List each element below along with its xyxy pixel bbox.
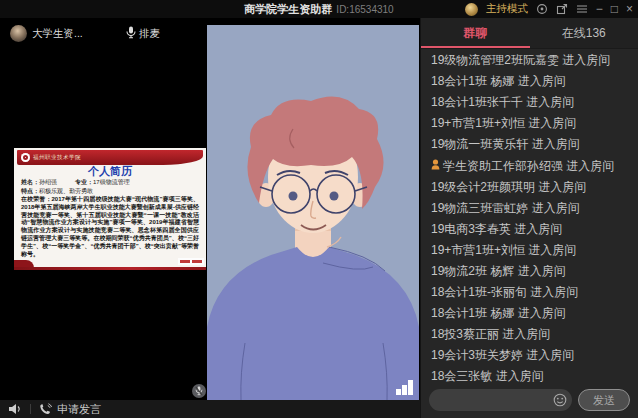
close-button[interactable]: × (626, 0, 633, 18)
chat-message-text: 18会计1班张千千 进入房间 (431, 94, 574, 111)
user-avatar[interactable] (465, 3, 478, 16)
chat-message-row: 19+市营1班+刘恒 进入房间 (421, 240, 638, 261)
chat-message-row: 19会计3班关梦婷 进入房间 (421, 345, 638, 366)
slide-header-banner: 福州职业技术学院 (17, 150, 203, 165)
popout-icon[interactable] (556, 3, 568, 15)
school-name: 福州职业技术学院 (33, 154, 81, 161)
chat-message-input[interactable] (429, 389, 572, 411)
chat-message-text: 19会计3班关梦婷 进入房间 (431, 347, 574, 364)
toolbar-divider (30, 404, 31, 414)
chat-panel: 群聊 在线136 19级物流管理2班阮嘉雯 进入房间 18会计1班 杨娜 进入房… (420, 18, 638, 418)
chat-message-row: 19物流2班 杨辉 进入房间 (421, 261, 638, 282)
name-label: 姓名： (21, 178, 39, 187)
chat-message-row: 19+市营1班+刘恒 进入房间 (421, 113, 638, 134)
tab-group-chat[interactable]: 群聊 (421, 18, 530, 48)
speaker-info: 大学生资... 排麦 (10, 25, 160, 42)
name-value: 孙绍强 (39, 178, 57, 187)
emoji-icon[interactable] (553, 393, 567, 407)
chat-message-text: 18会计1班 杨娜 进入房间 (431, 73, 566, 90)
raise-hand-icon (39, 403, 52, 416)
chat-message-row: 18会计1班 杨娜 进入房间 (421, 71, 638, 92)
apply-to-speak-button[interactable]: 申请发言 (39, 402, 101, 417)
chat-tabs: 群聊 在线136 (421, 18, 638, 49)
chat-message-text: 18会计1班 杨娜 进入房间 (431, 305, 566, 322)
chat-message-text: 19物流2班 杨辉 进入房间 (431, 263, 566, 280)
slide-honors: 在校荣誉：2017年第十四届校级技能大赛“现代物流”赛项三等奖、2018年第五届… (17, 196, 203, 258)
chat-message-row: 19级会计2班颜琪明 进入房间 (421, 177, 638, 198)
chat-message-row: 18会计1班-张丽旬 进入房间 (421, 282, 638, 303)
chat-message-row: 19物流三班雷虹婷 进入房间 (421, 198, 638, 219)
chat-message-text: 19+市营1班+刘恒 进入房间 (431, 115, 576, 132)
mic-queue-label: 排麦 (139, 27, 160, 41)
chat-message-row: 19级物流管理2班阮嘉雯 进入房间 (421, 50, 638, 71)
chat-message-text: 19级会计2班颜琪明 进入房间 (431, 179, 586, 196)
message-list[interactable]: 19级物流管理2班阮嘉雯 进入房间 18会计1班 杨娜 进入房间 18会计1班张… (421, 49, 638, 386)
chat-message-text: 19级物流管理2班阮嘉雯 进入房间 (431, 52, 610, 69)
chat-message-text: 18投3蔡正丽 进入房间 (431, 326, 550, 343)
send-button[interactable]: 发送 (578, 389, 630, 411)
major-label: 专业： (75, 178, 93, 187)
group-title: 商学院学生资助群 (244, 2, 332, 17)
host-mode-button[interactable]: 主持模式 (486, 2, 528, 16)
trait-label: 特点： (21, 187, 39, 196)
bottom-toolbar: 申请发言 (0, 400, 420, 418)
speaker-volume-icon[interactable] (8, 403, 22, 415)
chat-message-row: 18会三张敏 进入房间 (421, 366, 638, 386)
chat-message-text: 19+市营1班+刘恒 进入房间 (431, 242, 576, 259)
tab-online-members[interactable]: 在线136 (530, 18, 638, 48)
video-stage: 大学生资... 排麦 福州职业技术学院 个人简历 姓名： 孙绍强 (0, 18, 420, 418)
speaker-name: 大学生资... (32, 27, 83, 41)
trait-value: 积极乐观、勤劳勇敢 (39, 187, 93, 196)
tab-group-chat-label: 群聊 (463, 25, 487, 42)
chat-input-row: 发送 (429, 388, 630, 412)
honors-text: 2017年第十四届校级技能大赛“现代物流”赛项三等奖、2018年第五届海峡两岸大… (21, 196, 199, 257)
chat-message-text: 19物流一班黄乐轩 进入房间 (431, 136, 580, 153)
chat-message-row: 学生资助工作部孙绍强 进入房间 (421, 155, 638, 176)
chat-message-text: 18会计1班-张丽旬 进入房间 (431, 284, 578, 301)
menu-icon[interactable] (576, 4, 588, 14)
settings-icon[interactable] (536, 3, 548, 15)
honors-label: 在校荣誉： (21, 196, 51, 202)
mic-icon (126, 26, 136, 41)
presentation-slide: 福州职业技术学院 个人简历 姓名： 孙绍强 专业： 17级物流管理 特点： 积极… (14, 148, 206, 270)
chat-message-text: 19电商3李春英 进入房间 (431, 221, 562, 238)
mic-queue-button[interactable]: 排麦 (126, 26, 160, 41)
signal-bars-icon (396, 380, 413, 395)
chat-message-row: 19电商3李春英 进入房间 (421, 219, 638, 240)
tab-online-label: 在线136 (562, 25, 606, 42)
avatar-illustration (207, 25, 419, 400)
slide-name-line: 姓名： 孙绍强 专业： 17级物流管理 (17, 178, 203, 187)
maximize-button[interactable]: □ (611, 0, 618, 18)
window-title: 商学院学生资助群 ID:16534310 (244, 2, 393, 17)
slide-title: 个人简历 (17, 166, 203, 178)
chat-message-row: 19物流一班黄乐轩 进入房间 (421, 134, 638, 155)
chat-message-text: 19物流三班雷虹婷 进入房间 (431, 200, 580, 217)
group-id: ID:16534310 (336, 4, 393, 15)
app-window: 商学院学生资助群 ID:16534310 主持模式 − □ × 大学生资. (0, 0, 638, 418)
muted-mic-icon (192, 384, 206, 398)
slide-bottom-bar (14, 267, 206, 270)
minimize-button[interactable]: − (596, 0, 603, 18)
speaker-avatar[interactable] (10, 25, 27, 42)
major-value: 17级物流管理 (93, 178, 130, 187)
titlebar: 商学院学生资助群 ID:16534310 主持模式 − □ × (0, 0, 638, 18)
member-badge-icon (431, 159, 440, 173)
chat-message-row: 18投3蔡正丽 进入房间 (421, 324, 638, 345)
apply-to-speak-label: 申请发言 (57, 402, 101, 417)
chat-message-text: 学生资助工作部孙绍强 进入房间 (443, 158, 614, 175)
camera-video (207, 25, 419, 400)
school-logo (21, 153, 30, 162)
chat-message-row: 18会计1班张千千 进入房间 (421, 92, 638, 113)
slide-footer-strip (178, 258, 204, 265)
chat-message-text: 18会三张敏 进入房间 (431, 368, 544, 385)
slide-trait-line: 特点： 积极乐观、勤劳勇敢 (17, 187, 203, 196)
chat-message-row: 18会计1班 杨娜 进入房间 (421, 303, 638, 324)
